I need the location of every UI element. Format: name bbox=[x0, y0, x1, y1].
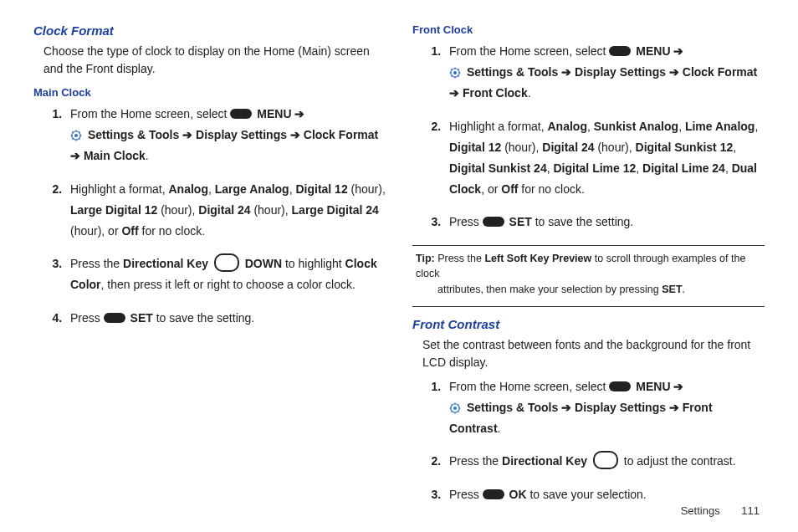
text: (hour), bbox=[251, 203, 292, 217]
option: Sunkist Analog bbox=[594, 120, 678, 133]
directional-key-icon bbox=[593, 451, 618, 469]
step-3: Press the Directional Key DOWN to highli… bbox=[65, 253, 386, 295]
text: From the Home screen, select bbox=[449, 380, 609, 393]
text: (hour), bbox=[157, 203, 198, 217]
option: Digital 12 bbox=[449, 141, 501, 154]
option: Analog bbox=[169, 182, 208, 196]
text: to save the setting. bbox=[532, 215, 633, 228]
front-contrast-steps: From the Home screen, select MENU ➔ Sett… bbox=[421, 376, 765, 505]
text: (hour), bbox=[595, 141, 636, 154]
text: (hour), or bbox=[70, 224, 121, 238]
text: From the Home screen, select bbox=[449, 44, 609, 58]
option: Large Analog bbox=[215, 182, 289, 196]
directional-key-label: Directional Key bbox=[502, 454, 587, 468]
text: (hour), bbox=[348, 182, 386, 196]
nav-path: Settings & Tools ➔ Display Settings ➔ Cl… bbox=[449, 65, 757, 100]
text: Press bbox=[70, 311, 104, 325]
left-column: Clock Format Choose the type of clock to… bbox=[33, 23, 386, 517]
step-2: Highlight a format, Analog, Sunkist Anal… bbox=[444, 116, 765, 201]
text: . bbox=[146, 149, 149, 162]
option: Digital Lime 24 bbox=[642, 161, 725, 175]
text: to save your selection. bbox=[527, 488, 647, 501]
text: Press the bbox=[70, 257, 123, 270]
text: , or bbox=[481, 182, 501, 196]
directional-key-label: Directional Key bbox=[123, 257, 208, 270]
text: to adjust the contrast. bbox=[624, 454, 736, 468]
set-label: SET bbox=[130, 311, 153, 325]
page-footer: Settings 111 bbox=[681, 504, 760, 517]
text: attributes, then make your selection by … bbox=[437, 284, 662, 295]
option: Large Digital 24 bbox=[292, 203, 379, 217]
text: for no clock. bbox=[139, 224, 205, 238]
option: Large Digital 12 bbox=[70, 203, 157, 217]
option: Digital Lime 12 bbox=[553, 161, 636, 175]
option: Lime Analog bbox=[685, 120, 755, 133]
text: Highlight a format, bbox=[449, 120, 548, 133]
text: to save the setting. bbox=[153, 311, 254, 325]
soft-key-icon bbox=[609, 46, 631, 56]
text: From the Home screen, select bbox=[70, 107, 230, 120]
step-3: Press SET to save the setting. bbox=[444, 212, 765, 233]
heading-main-clock: Main Clock bbox=[33, 86, 386, 99]
front-clock-steps: From the Home screen, select MENU ➔ Sett… bbox=[421, 41, 765, 233]
manual-page: Clock Format Choose the type of clock to… bbox=[0, 0, 798, 525]
text: for no clock. bbox=[518, 182, 584, 196]
text: Highlight a format, bbox=[70, 182, 169, 196]
menu-label: MENU bbox=[636, 380, 670, 393]
main-clock-steps: From the Home screen, select MENU ➔ Sett… bbox=[42, 104, 386, 329]
step-1: From the Home screen, select MENU ➔ Sett… bbox=[444, 41, 765, 105]
footer-section: Settings bbox=[681, 504, 720, 517]
text: , bbox=[725, 161, 732, 175]
set-label: SET bbox=[509, 215, 532, 228]
soft-key-icon bbox=[483, 489, 504, 499]
text: , bbox=[755, 120, 758, 133]
intro-text: Set the contrast between fonts and the b… bbox=[422, 336, 765, 371]
step-1: From the Home screen, select MENU ➔ Sett… bbox=[65, 104, 386, 167]
separator bbox=[412, 245, 765, 246]
gear-icon bbox=[70, 130, 82, 141]
option: Digital Sunkist 12 bbox=[636, 141, 734, 154]
arrow-icon: ➔ bbox=[671, 380, 684, 393]
soft-key-icon bbox=[609, 381, 631, 391]
right-column: Front Clock From the Home screen, select… bbox=[412, 23, 765, 517]
text: , bbox=[208, 182, 215, 196]
option: Digital 24 bbox=[542, 141, 594, 154]
text: (hour), bbox=[501, 141, 542, 154]
nav-path: Settings & Tools ➔ Display Settings ➔ Cl… bbox=[70, 128, 378, 162]
text: , then press it left or right to choose … bbox=[101, 278, 356, 291]
menu-label: MENU bbox=[636, 44, 670, 58]
step-1: From the Home screen, select MENU ➔ Sett… bbox=[444, 376, 765, 440]
step-2: Highlight a format, Analog, Large Analog… bbox=[65, 179, 386, 243]
text: to highlight bbox=[282, 257, 345, 270]
text: , bbox=[733, 141, 736, 154]
step-4: Press SET to save the setting. bbox=[65, 308, 386, 329]
set-label: SET bbox=[662, 284, 682, 295]
text: Press the bbox=[449, 454, 502, 468]
heading-front-clock: Front Clock bbox=[412, 23, 765, 36]
text: . bbox=[528, 86, 531, 100]
heading-front-contrast: Front Contrast bbox=[412, 317, 765, 331]
left-soft-key-label: Left Soft Key Preview bbox=[484, 253, 591, 264]
soft-key-icon bbox=[104, 313, 125, 323]
option: Digital 12 bbox=[295, 182, 347, 196]
option: Off bbox=[121, 224, 138, 238]
option: Analog bbox=[548, 120, 587, 133]
tip-box: Tip: Press the Left Soft Key Preview to … bbox=[412, 249, 765, 299]
menu-label: MENU bbox=[257, 107, 291, 120]
soft-key-icon bbox=[483, 217, 504, 227]
arrow-icon: ➔ bbox=[671, 44, 684, 58]
nav-path: Settings & Tools ➔ Display Settings ➔ Fr… bbox=[449, 401, 713, 435]
text: Press bbox=[449, 215, 483, 228]
step-2: Press the Directional Key to adjust the … bbox=[444, 451, 765, 472]
separator bbox=[412, 306, 765, 307]
arrow-icon: ➔ bbox=[292, 107, 305, 120]
option: Digital Sunkist 24 bbox=[449, 161, 547, 175]
heading-clock-format: Clock Format bbox=[33, 23, 386, 38]
option: Off bbox=[501, 182, 518, 196]
text: , bbox=[587, 120, 594, 133]
down-label: DOWN bbox=[245, 257, 282, 270]
option: Digital 24 bbox=[198, 203, 250, 217]
gear-icon bbox=[449, 402, 461, 414]
text: . bbox=[683, 284, 685, 295]
text: . bbox=[498, 422, 501, 435]
